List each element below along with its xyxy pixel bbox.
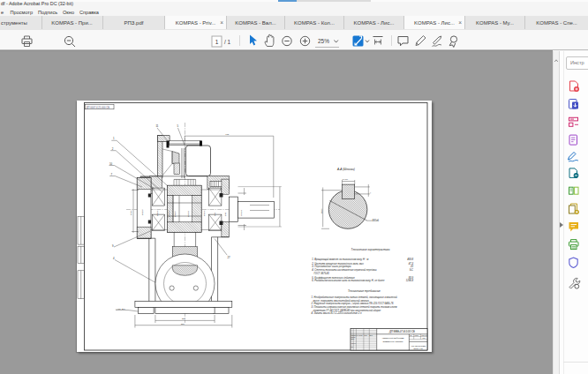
svg-text:83.9: 83.9 bbox=[409, 276, 414, 280]
svg-text:Ø55k6: Ø55k6 bbox=[156, 210, 158, 216]
svg-text:ванне, покрывать маслостойкой: ванне, покрывать маслостойкой красной эм… bbox=[313, 299, 369, 303]
svg-text:Ø52: Ø52 bbox=[214, 212, 215, 216]
svg-text:495: 495 bbox=[225, 133, 230, 136]
svg-text:Ø62H7: Ø62H7 bbox=[141, 208, 143, 215]
svg-text:А-А (Шпонка): А-А (Шпонка) bbox=[336, 168, 355, 171]
svg-text:Масштаб: Масштаб bbox=[421, 335, 427, 336]
svg-text:Пров.: Пров. bbox=[351, 339, 355, 340]
svg-text:Масса: Масса bbox=[415, 335, 419, 336]
svg-text:Дата: Дата bbox=[370, 335, 373, 336]
svg-text:9: 9 bbox=[369, 192, 371, 194]
svg-text:ИМиТ 4-21: ИМиТ 4-21 bbox=[414, 348, 423, 349]
svg-text:Ø45H7: Ø45H7 bbox=[174, 210, 176, 217]
svg-text:Ø160H7: Ø160H7 bbox=[168, 209, 170, 217]
svg-text:Техническая характеристика: Техническая характеристика bbox=[351, 248, 390, 251]
svg-text:9: 9 bbox=[112, 244, 114, 248]
svg-text:2: 2 bbox=[112, 147, 114, 151]
svg-text:Червячный редуктор: Червячный редуктор bbox=[381, 337, 404, 340]
svg-text:ЧГУ им.Ульянова: ЧГУ им.Ульянова bbox=[411, 345, 426, 347]
svg-text:4: 4 bbox=[113, 257, 115, 260]
svg-text:Подп.: Подп. bbox=[364, 335, 368, 336]
svg-text:47.3: 47.3 bbox=[409, 262, 414, 266]
svg-text:Ø45к6: Ø45к6 bbox=[373, 219, 380, 222]
svg-text:Ø195: Ø195 bbox=[130, 210, 132, 215]
svg-text:5: 5 bbox=[177, 124, 179, 128]
svg-text:3. Передаточное число редуктор: 3. Передаточное число редуктора bbox=[312, 265, 351, 268]
svg-text:10: 10 bbox=[109, 162, 113, 166]
svg-text:14-Р9: 14-Р9 bbox=[343, 178, 349, 181]
svg-text:Сборочный чертеж: Сборочный чертеж bbox=[382, 340, 403, 343]
svg-text:360: 360 bbox=[181, 323, 185, 325]
svg-text:469.8: 469.8 bbox=[407, 258, 413, 261]
svg-text:Ø45k6: Ø45k6 bbox=[240, 209, 242, 215]
svg-text:Ø55k6: Ø55k6 bbox=[203, 210, 205, 216]
svg-text:ГОСТ 3675-81: ГОСТ 3675-81 bbox=[314, 272, 330, 275]
svg-text:5. Коэффициент полезного дейст: 5. Коэффициент полезного действия bbox=[312, 276, 355, 280]
svg-text:герметика УТ-34 ГОСТ 24285-80: герметика УТ-34 ГОСТ 24285-80 при оконча… bbox=[313, 309, 381, 312]
svg-text:Ø110: Ø110 bbox=[320, 208, 323, 213]
svg-text:9-С: 9-С bbox=[410, 268, 413, 272]
svg-text:20: 20 bbox=[410, 265, 413, 268]
svg-text:280: 280 bbox=[182, 318, 186, 319]
svg-text:6. Радиальная консольная сила: 6. Радиальная консольная сила на тихоход… bbox=[312, 279, 385, 282]
svg-text:Разраб.: Разраб. bbox=[351, 337, 356, 338]
svg-text:3. Плоскость соприкосновения р: 3. Плоскость соприкосновения разъемных д… bbox=[312, 305, 397, 309]
svg-text:4. Степень точности изготовлен: 4. Степень точности изготовления червячн… bbox=[312, 268, 377, 272]
svg-text:25%: 25% bbox=[318, 38, 329, 44]
svg-text:7: 7 bbox=[111, 173, 113, 176]
svg-text:Технические требования: Технические требования bbox=[348, 289, 381, 293]
svg-text:1: 1 bbox=[215, 39, 219, 45]
svg-text:№ докум.: № докум. bbox=[357, 334, 363, 336]
svg-text:1296.8: 1296.8 bbox=[406, 279, 414, 282]
svg-text:1. Необработанные поверхности: 1. Необработанные поверхности литых дета… bbox=[312, 295, 398, 299]
svg-text:4 отв. Ø14: 4 отв. Ø14 bbox=[116, 308, 126, 310]
svg-text:2. Частота вращения тихоходног: 2. Частота вращения тихоходного вала, ми… bbox=[311, 262, 364, 266]
svg-text:ДП МВБ-07.4.0.00 СБ: ДП МВБ-07.4.0.00 СБ bbox=[388, 330, 415, 333]
svg-text:1. Вращающий момент на тихоход: 1. Вращающий момент на тихоходном валу, … bbox=[312, 258, 368, 261]
svg-text:27: 27 bbox=[228, 256, 231, 259]
svg-text:Н.контр.: Н.контр. bbox=[351, 343, 356, 344]
svg-text:/ 1: / 1 bbox=[224, 39, 231, 45]
svg-text:Ø60H9: Ø60H9 bbox=[187, 210, 189, 217]
svg-text:ДП 0007.4.21.000 СБ: ДП 0007.4.21.000 СБ bbox=[87, 106, 109, 109]
svg-text:1: 1 bbox=[113, 137, 115, 140]
svg-text:11: 11 bbox=[156, 124, 159, 128]
svg-text:4. Залить масло И-Т-С-220 в ко: 4. Залить масло И-Т-С-220 в количестве 2… bbox=[312, 311, 362, 315]
svg-text:2. Наружные поверхности корпус: 2. Наружные поверхности корпуса – серой … bbox=[311, 302, 394, 305]
svg-text:Ø48: Ø48 bbox=[224, 212, 226, 216]
